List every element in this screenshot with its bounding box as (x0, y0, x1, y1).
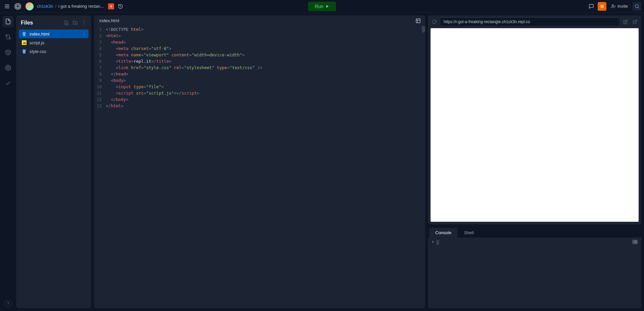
file-list: index.htmlJSscript.jsstyle.css (16, 30, 91, 56)
file-name: script.js (30, 40, 44, 45)
svg-point-29 (84, 50, 84, 51)
svg-point-5 (612, 4, 614, 6)
bug-report-button[interactable] (598, 2, 606, 11)
console-clear-button[interactable] (632, 240, 638, 244)
file-name: style.css (30, 49, 46, 54)
play-icon (325, 4, 329, 8)
file-row-script-js[interactable]: JSscript.js (19, 38, 89, 47)
history-button[interactable] (116, 2, 125, 11)
breadcrumb-user[interactable]: ch1ck3n (37, 4, 53, 9)
rail-settings[interactable] (3, 62, 13, 73)
editor-body[interactable]: 12345678910111213 <!DOCTYPE html><html> … (94, 26, 425, 308)
file-js-icon: JS (21, 40, 27, 45)
reload-button[interactable] (431, 18, 438, 25)
rail-files[interactable] (3, 16, 13, 27)
svg-text:JS: JS (23, 42, 26, 44)
files-more-button[interactable] (81, 19, 87, 26)
svg-point-11 (9, 38, 10, 39)
svg-point-18 (84, 21, 84, 22)
new-file-button[interactable] (63, 19, 70, 26)
svg-rect-32 (416, 19, 420, 23)
console-tabs: Console Shell (428, 226, 641, 238)
console-prompt-icon (431, 240, 435, 244)
topbar: ch1ck3n / i got a freaking rectan... 5 R… (0, 0, 644, 13)
rail-vcs[interactable] (3, 32, 13, 42)
invite-label: Invite (617, 4, 628, 9)
right-pane: Console Shell (428, 15, 641, 308)
svg-point-8 (635, 4, 638, 7)
files-panel: Files index.htmlJSscript.jsstyle.css (16, 15, 91, 308)
breadcrumb: ch1ck3n / i got a freaking rectan... (37, 4, 104, 9)
url-bar (428, 15, 641, 28)
main: ? Files index.htmlJSscript.jsstyle.css i… (0, 13, 644, 311)
svg-marker-3 (326, 5, 329, 8)
file-name: index.html (30, 32, 49, 37)
editor-tab[interactable]: index.html (94, 15, 125, 26)
console-body[interactable] (428, 238, 641, 308)
file-row-style-css[interactable]: style.css (19, 47, 89, 56)
search-icon (634, 4, 640, 9)
svg-point-13 (7, 67, 9, 69)
html5-badge-icon: 5 (108, 3, 114, 9)
svg-point-21 (84, 33, 84, 33)
svg-point-10 (6, 35, 7, 36)
svg-line-35 (635, 20, 637, 22)
scrollbar-thumb[interactable] (422, 26, 425, 33)
help-button[interactable]: ? (4, 300, 12, 308)
file-css-icon (21, 49, 27, 54)
preview-frame[interactable] (431, 28, 639, 222)
file-more-button[interactable] (82, 32, 86, 36)
rail-check[interactable] (3, 78, 13, 89)
run-label: Run (315, 4, 324, 9)
svg-point-22 (84, 34, 84, 34)
user-plus-icon (611, 4, 616, 9)
rail-packages[interactable] (3, 47, 13, 58)
user-avatar[interactable] (26, 2, 34, 10)
breadcrumb-sep: / (55, 4, 56, 9)
svg-point-27 (84, 42, 84, 43)
new-folder-button[interactable] (72, 19, 79, 26)
files-header: Files (16, 15, 91, 30)
preview-panel (428, 15, 641, 224)
console-panel: Console Shell (428, 226, 641, 308)
open-new-tab-button[interactable] (631, 18, 639, 25)
svg-point-4 (601, 5, 603, 7)
topbar-center: Run (308, 2, 336, 11)
svg-point-23 (84, 35, 84, 36)
file-row-index-html[interactable]: index.html (19, 30, 89, 38)
topbar-right: Invite (587, 2, 641, 11)
svg-point-28 (84, 44, 84, 44)
editor-tabs: index.html (94, 15, 425, 26)
svg-point-20 (84, 24, 84, 24)
tab-console[interactable]: Console (429, 228, 457, 238)
console-cursor (437, 240, 439, 245)
svg-line-9 (638, 7, 639, 8)
editor-panel: index.html 12345678910111213 <!DOCTYPE h… (94, 15, 425, 308)
line-gutter: 12345678910111213 (94, 26, 106, 308)
editor-layout-button[interactable] (414, 16, 423, 25)
svg-point-19 (84, 22, 84, 23)
left-rail: ? (0, 13, 16, 311)
scrollbar[interactable] (422, 26, 425, 308)
svg-point-30 (84, 51, 84, 52)
code-area[interactable]: <!DOCTYPE html><html> <head> <meta chars… (106, 26, 422, 308)
search-button[interactable] (633, 2, 641, 11)
file-html-icon (21, 31, 27, 37)
preview-url-input[interactable] (440, 17, 620, 26)
run-button[interactable]: Run (308, 2, 336, 11)
chat-button[interactable] (587, 2, 596, 11)
files-title: Files (21, 20, 61, 26)
invite-button[interactable]: Invite (608, 2, 631, 10)
replit-logo-icon[interactable] (13, 2, 22, 11)
svg-point-26 (84, 41, 84, 42)
svg-point-31 (84, 52, 84, 53)
edit-url-button[interactable] (622, 18, 629, 25)
breadcrumb-project[interactable]: i got a freaking rectan... (58, 4, 104, 9)
tab-shell[interactable]: Shell (458, 228, 480, 238)
menu-button[interactable] (3, 2, 11, 11)
